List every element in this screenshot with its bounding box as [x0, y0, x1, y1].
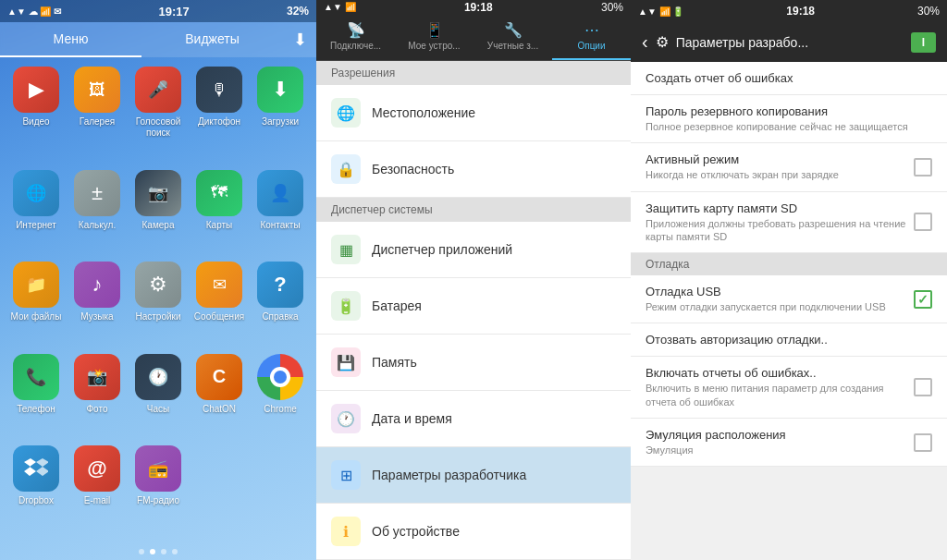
- app-chaton[interactable]: C ChatON: [191, 354, 248, 443]
- app-contacts[interactable]: 👤 Контакты: [252, 170, 309, 259]
- settings-panel: ▲▼ 📶 19:18 30% 📡 Подключе... 📱 Мое устро…: [316, 0, 631, 560]
- app-phone[interactable]: 📞 Телефон: [7, 354, 65, 443]
- revoke-auth-title: Отозвать авторизацию отладки..: [646, 333, 932, 347]
- tab-connections[interactable]: 📡 Подключе...: [316, 14, 395, 60]
- item-protect-sd[interactable]: Защитить карту памяти SD Приложения долж…: [631, 192, 947, 254]
- backup-password-title: Пароль резервного копирования: [646, 104, 932, 118]
- appmanager-icon: ▦: [331, 235, 361, 264]
- menu-storage[interactable]: 💾 Память: [316, 335, 631, 391]
- protect-sd-checkbox[interactable]: [914, 213, 932, 231]
- app-internet[interactable]: 🌐 Интернет: [7, 170, 65, 259]
- devopt-status-icons: ▲▼ 📶 🔋: [638, 6, 683, 17]
- app-label-dropbox: Dropbox: [18, 495, 54, 506]
- app-label-dictaphone: Диктофон: [198, 116, 240, 128]
- app-icon-contacts: 👤: [257, 170, 303, 216]
- item-usb-debug[interactable]: Отладка USB Режим отладки запускается пр…: [631, 275, 947, 323]
- app-icon-photo: 📸: [74, 354, 120, 400]
- accounts-icon: 🔧: [504, 21, 523, 39]
- app-dictaphone[interactable]: 🎙 Диктофон: [191, 67, 248, 166]
- menu-location[interactable]: 🌐 Местоположение: [316, 85, 631, 141]
- menu-devopt[interactable]: ⊞ Параметры разработчика: [316, 447, 631, 504]
- tab-options[interactable]: ⋯ Опции: [552, 14, 631, 60]
- app-icon-settings: ⚙: [135, 262, 181, 308]
- app-label-clock: Часы: [147, 404, 169, 415]
- app-icon-voice: 🎤: [135, 67, 181, 113]
- app-help[interactable]: ? Справка: [252, 262, 309, 350]
- menu-about[interactable]: ℹ Об устройстве: [316, 504, 631, 560]
- devopt-title: Параметры разрабо...: [676, 35, 808, 50]
- app-maps[interactable]: 🗺 Карты: [191, 170, 248, 259]
- app-label-maps: Карты: [206, 220, 233, 231]
- app-myfiles[interactable]: 📁 Мои файлы: [7, 262, 65, 350]
- menu-appmanager-label: Диспетчер приложений: [372, 242, 512, 257]
- app-settings[interactable]: ⚙ Настройки: [129, 262, 187, 350]
- app-photo[interactable]: 📸 Фото: [68, 354, 126, 443]
- item-revoke-auth[interactable]: Отозвать авторизацию отладки..: [631, 323, 947, 357]
- menu-battery-label: Батарея: [372, 298, 422, 313]
- app-label-voice: Голосовой поиск: [129, 116, 187, 139]
- tab-mydevice[interactable]: 📱 Мое устро...: [395, 14, 474, 60]
- dot-2[interactable]: [150, 549, 155, 554]
- app-label-fmradio: FM-радио: [137, 495, 179, 506]
- item-active-mode[interactable]: Активный режим Никогда не отключать экра…: [631, 143, 947, 191]
- active-mode-desc: Никогда не отключать экран при зарядке: [646, 168, 914, 181]
- bug-reports-checkbox[interactable]: [914, 378, 932, 396]
- item-create-report[interactable]: Создать отчет об ошибках: [631, 62, 947, 95]
- menu-location-label: Местоположение: [372, 105, 475, 120]
- menu-battery[interactable]: 🔋 Батарея: [316, 278, 631, 335]
- app-icon-internet: 🌐: [13, 170, 59, 216]
- connections-icon: 📡: [347, 21, 365, 39]
- tab-menu[interactable]: Меню: [0, 22, 141, 57]
- app-calc[interactable]: ± Калькул.: [68, 170, 126, 259]
- devopt-icon: ⊞: [331, 460, 361, 490]
- app-icon-camera: 📷: [135, 170, 181, 216]
- tab-accounts[interactable]: 🔧 Учетные з...: [474, 14, 552, 60]
- settings-time: 19:18: [464, 1, 493, 14]
- app-dropbox[interactable]: Dropbox: [7, 445, 65, 534]
- item-bug-reports[interactable]: Включать отчеты об ошибках.. Включить в …: [631, 357, 947, 419]
- page-dots: [0, 543, 316, 560]
- app-sms[interactable]: ✉ Сообщения: [191, 262, 248, 350]
- back-icon[interactable]: ‹: [642, 31, 648, 53]
- location-icon: 🌐: [331, 98, 361, 128]
- app-gallery[interactable]: 🖼 Галерея: [68, 67, 126, 166]
- usb-debug-title: Отладка USB: [646, 285, 914, 298]
- app-fmradio[interactable]: 📻 FM-радио: [129, 445, 187, 534]
- svg-marker-0: [24, 458, 36, 476]
- usb-debug-checkbox[interactable]: [914, 290, 932, 309]
- devopt-toggle[interactable]: I: [911, 32, 936, 53]
- dot-1[interactable]: [139, 549, 144, 554]
- app-icon-chaton: C: [196, 354, 242, 400]
- location-emul-checkbox[interactable]: [914, 433, 932, 452]
- menu-security[interactable]: 🔒 Безопасность: [316, 141, 631, 198]
- app-icon-maps: 🗺: [196, 170, 242, 216]
- active-mode-checkbox[interactable]: [914, 158, 932, 177]
- app-music[interactable]: ♪ Музыка: [68, 262, 126, 350]
- app-icon-calc: ±: [74, 170, 120, 216]
- status-bar-home: ▲▼ ☁ 📶 ✉ 19:17 32%: [0, 0, 316, 22]
- app-icon-email: @: [74, 445, 120, 492]
- app-video[interactable]: ▶ Видео: [7, 67, 65, 166]
- item-location-emul[interactable]: Эмуляция расположения Эмуляция: [631, 419, 947, 467]
- app-voice[interactable]: 🎤 Голосовой поиск: [129, 67, 187, 166]
- app-email[interactable]: @ E-mail: [68, 445, 126, 534]
- dot-3[interactable]: [161, 549, 166, 554]
- menu-datetime[interactable]: 🕐 Дата и время: [316, 391, 631, 447]
- download-icon[interactable]: ⬇: [283, 22, 316, 57]
- app-icon-downloads: ⬇: [257, 67, 303, 113]
- usb-debug-desc: Режим отладки запускается при подключени…: [646, 300, 914, 313]
- tab-widgets[interactable]: Виджеты: [141, 22, 283, 57]
- app-icon-dictaphone: 🎙: [196, 67, 242, 113]
- item-backup-password[interactable]: Пароль резервного копирования Полное рез…: [631, 95, 947, 143]
- battery-icon: 🔋: [331, 291, 361, 321]
- menu-appmanager[interactable]: ▦ Диспетчер приложений: [316, 222, 631, 278]
- create-report-title: Создать отчет об ошибках: [646, 71, 932, 85]
- app-icon-myfiles: 📁: [13, 262, 59, 308]
- devopt-list: Создать отчет об ошибках Пароль резервно…: [631, 62, 947, 560]
- dot-4[interactable]: [172, 549, 178, 554]
- app-chrome[interactable]: Chrome: [252, 354, 309, 443]
- app-downloads[interactable]: ⬇ Загрузки: [252, 67, 309, 166]
- app-clock[interactable]: 🕐 Часы: [129, 354, 187, 443]
- app-camera[interactable]: 📷 Камера: [129, 170, 187, 259]
- menu-storage-label: Память: [372, 355, 417, 370]
